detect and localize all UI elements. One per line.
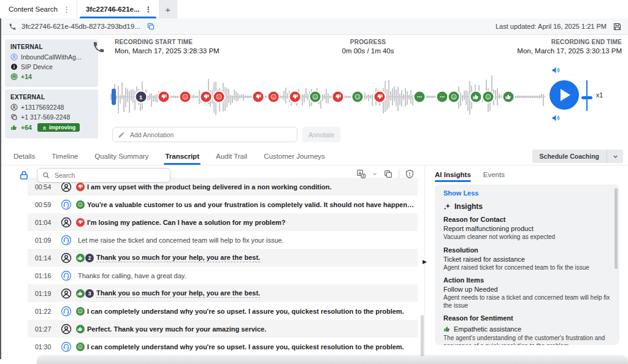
internal-device: SIP Device [21, 63, 53, 70]
copy-call-id-icon[interactable] [147, 22, 155, 31]
marker-thumb-down-icon[interactable] [201, 92, 212, 102]
marker-thumb-down-icon[interactable] [159, 92, 169, 102]
marker-sad-icon[interactable] [180, 92, 191, 102]
annotation-input[interactable] [129, 131, 292, 139]
tab-customer-journeys[interactable]: Customer Journeys [264, 147, 325, 165]
speed-slider-handle[interactable] [581, 96, 592, 99]
transcript-row[interactable]: 01:22I can completely understand why you… [28, 302, 418, 320]
sentiment-heading: Reason for Sentiment [443, 314, 611, 322]
customer-avatar-icon [61, 252, 72, 264]
recording-end-value: Mon, March 17, 2025 3:30:13 PM [517, 47, 622, 55]
ai-section-heading: Reason for Contact [443, 216, 611, 223]
agent-avatar-icon [61, 306, 72, 317]
transcript-row[interactable]: 00:59You're a valuable customer to us an… [28, 195, 418, 213]
volume-down-icon[interactable] [551, 113, 561, 123]
ai-section-heading: Resolution [443, 246, 611, 254]
volume-up-icon[interactable] [551, 66, 561, 75]
tab-quality-summary[interactable]: Quality Summary [94, 147, 148, 165]
ai-sections: Reason for ContactReport malfunctioning … [443, 216, 611, 309]
transcript-row[interactable]: 01:16Thanks for calling, have a great da… [28, 267, 418, 284]
chevron-down-icon[interactable] [372, 171, 378, 177]
insights-title-row: Insights [443, 202, 611, 211]
marker-sad-icon[interactable] [268, 92, 278, 102]
panel-expand-arrow-icon[interactable]: ▶ [423, 259, 427, 265]
transcript-row[interactable]: 01:27Perfect. Thank you very much for yo… [28, 320, 418, 338]
marker-sad-icon[interactable] [213, 92, 224, 102]
tab-timeline[interactable]: Timeline [52, 147, 78, 165]
search-input[interactable] [53, 171, 165, 180]
recording-start-label: RECORDING START TIME [115, 39, 220, 45]
row-text: I am very upset with the product being d… [87, 183, 332, 191]
transcript-tools: A2 [356, 169, 415, 179]
last-updated: Last updated: April 16, 2025 1:21 PM [496, 23, 607, 30]
marker-thumb-up-icon[interactable] [471, 92, 481, 102]
kebab-menu-icon[interactable]: ⋮ [61, 6, 72, 13]
row-sentiments [76, 200, 85, 209]
annotate-button[interactable]: Annotate [302, 127, 340, 142]
call-recording-app: Content Search ⋮ 3fc22746-621e... ⋮ + 3f… [0, 0, 628, 364]
agent-avatar-icon [61, 199, 72, 210]
row-text: Thank you so much for your help, you are… [96, 289, 260, 298]
row-timestamp: 01:09 [35, 237, 61, 244]
marker-thumb-down-icon[interactable] [333, 92, 343, 102]
phone-icon [9, 23, 17, 31]
chevron-down-icon[interactable] [607, 153, 623, 160]
marker-thumb-down-icon[interactable] [290, 92, 301, 102]
speed-slider[interactable] [586, 80, 588, 111]
row-text: Thanks for calling, have a great day. [78, 272, 186, 279]
tab-content-search-label: Content Search [9, 6, 58, 13]
marker-thumb-up-icon[interactable] [503, 92, 513, 102]
tab-transcript[interactable]: Transcript [165, 147, 199, 165]
marker-smile-icon[interactable] [352, 92, 362, 102]
marker-smile-icon[interactable] [449, 92, 459, 102]
row-text: Perfect. Thank you very much for your am… [87, 325, 266, 333]
transcript-row[interactable]: 01:04I'm losing my patience. Can I have … [28, 213, 418, 231]
sentiment-smile-icon [76, 343, 85, 351]
ai-tab-ai-insights[interactable]: AI Insights [435, 171, 471, 182]
ai-tab-events[interactable]: Events [483, 171, 505, 182]
lock-icon[interactable] [18, 170, 29, 181]
row-sentiments: 2 [76, 254, 94, 262]
show-less-link[interactable]: Show Less [443, 189, 611, 197]
marker-smile-icon[interactable] [483, 92, 494, 102]
waveform[interactable]: 1 [110, 69, 546, 125]
marker-thumb-down-icon[interactable] [375, 92, 385, 102]
translate-icon[interactable]: A2 [356, 169, 366, 179]
main-content: A2 00:54I am very upset with the product… [0, 165, 628, 364]
play-button[interactable] [550, 80, 579, 110]
copy-transcript-icon[interactable] [383, 169, 393, 179]
redaction-shield-icon[interactable] [405, 169, 415, 179]
tab-details[interactable]: Details [13, 147, 35, 165]
save-icon[interactable] [613, 22, 622, 31]
player-section: INTERNAL InboundCallWithAg... SIP Device… [0, 35, 628, 147]
bottom-sheet-edge[interactable] [37, 356, 628, 364]
kebab-menu-icon[interactable]: ⋮ [144, 6, 154, 13]
transcript-row[interactable]: 01:142Thank you so much for your help, y… [28, 249, 418, 267]
row-text: Thank you so much for your help, you are… [96, 254, 260, 262]
marker-thumb-down-icon[interactable] [253, 92, 264, 102]
row-timestamp: 01:19 [35, 290, 61, 297]
tab-recording[interactable]: 3fc22746-621e... ⋮ [77, 0, 159, 18]
transcript-scrollbar[interactable] [421, 315, 424, 360]
sentiment-smile-icon [76, 200, 85, 209]
tab-content-search[interactable]: Content Search ⋮ [0, 0, 77, 18]
new-tab-button[interactable]: + [159, 0, 177, 18]
playhead-handle[interactable] [112, 89, 116, 105]
tab-audit-trail[interactable]: Audit Trail [216, 147, 247, 165]
transcript-row[interactable]: 01:09Let me raise the ticket and concern… [28, 231, 418, 249]
internal-score: +14 [21, 73, 32, 80]
marker-count-icon[interactable]: 1 [136, 92, 146, 102]
internal-party-card: INTERNAL InboundCallWithAg... SIP Device… [5, 39, 98, 87]
marker-smile-icon[interactable] [310, 92, 321, 102]
ai-panel-scrollbar[interactable] [615, 188, 618, 269]
marker-dots-icon[interactable] [415, 92, 425, 102]
copy-number-icon[interactable] [10, 113, 18, 121]
marker-dots-icon[interactable] [437, 92, 448, 102]
section-tabnav: DetailsTimelineQuality SummaryTranscript… [0, 147, 628, 165]
transcript-row[interactable]: 01:30I can completely understand why you… [28, 338, 418, 355]
transcript-row[interactable]: 01:193Thank you so much for your help, y… [28, 284, 418, 302]
progress-block: PROGRESS 0m 00s / 1m 40s [342, 39, 394, 55]
schedule-coaching-button[interactable]: Schedule Coaching [532, 150, 623, 163]
row-text: I'm losing my patience. Can I have a sol… [87, 219, 286, 226]
agent-avatar-icon [10, 53, 18, 61]
